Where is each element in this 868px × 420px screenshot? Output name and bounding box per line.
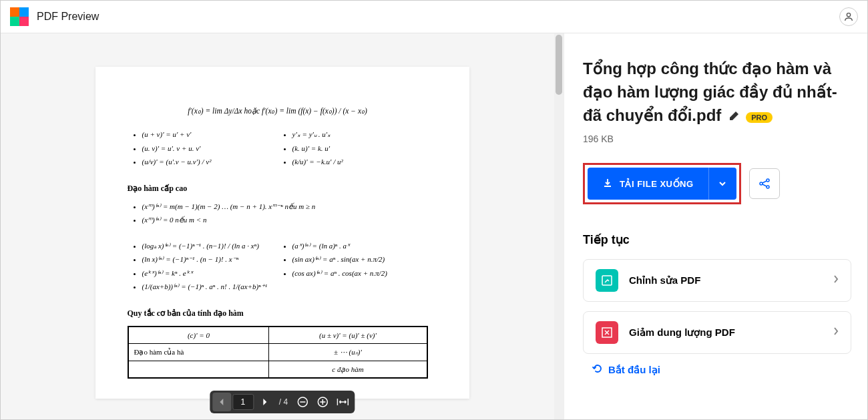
chevron-right-icon [833,327,839,339]
app-header: PDF Preview [1,1,867,33]
formula-item: (u/v)' = (u'.v − u.v') / v² [142,156,278,168]
file-size: 196 KB [583,134,851,144]
rules-table: (c)' = 0 (u ± v)' = (u)' ± (v)' Đạo hàm … [128,326,428,379]
zoom-out-button[interactable] [293,393,312,411]
user-avatar[interactable] [839,7,858,26]
formula-item: (xᵐ)⁽ⁿ⁾ = m(m − 1)(m − 2) … (m − n + 1).… [142,201,428,212]
table-cell: (c)' = 0 [128,327,269,344]
formula-item: (aˣ)⁽ⁿ⁾ = (ln a)ⁿ . aˣ [292,240,428,252]
formula-item: (ln x)⁽ⁿ⁾ = (−1)ⁿ⁻¹ . (n − 1)! . x⁻ⁿ [142,254,278,265]
formula-item: (k. u)' = k. u' [292,143,428,154]
formula-item: (eᵏˣ)⁽ⁿ⁾ = kⁿ . eᵏˣ [142,268,278,279]
pdf-preview-pane: f'(x₀) = lim Δy/Δx hoặc f'(x₀) = lim (f(… [1,33,564,420]
svg-point-10 [767,186,769,188]
download-icon [602,178,613,190]
compress-pdf-label: Giảm dung lượng PDF [629,327,823,339]
formula-item: (u. v)' = u'. v + u. v' [142,143,278,154]
continue-heading: Tiếp tục [583,232,851,247]
share-button[interactable] [749,168,780,199]
svg-point-8 [767,179,769,182]
edit-pdf-card[interactable]: Chỉnh sửa PDF [583,259,851,302]
page-number-input[interactable] [232,394,254,410]
fit-width-button[interactable] [333,393,352,411]
svg-point-0 [847,13,850,17]
formula-item: (1/(ax+b))⁽ⁿ⁾ = (−1)ⁿ . aⁿ . n! . 1/(ax+… [142,281,278,292]
zoom-in-button[interactable] [313,393,332,411]
section-heading: Đạo hàm cấp cao [128,182,428,194]
prev-page-button[interactable] [212,393,231,411]
edit-pdf-icon [596,269,618,292]
edit-pdf-label: Chỉnh sửa PDF [629,274,823,286]
svg-line-11 [763,181,767,183]
table-cell: Đạo hàm của hà [128,344,269,361]
download-highlight: TẢI FILE XUỐNG [583,163,741,204]
formula-item: (sin ax)⁽ⁿ⁾ = aⁿ . sin(ax + n.π/2) [292,254,428,265]
compress-pdf-icon [596,321,618,344]
formula-item: y'ₓ = y'ᵤ . u'ₓ [292,129,428,140]
download-label: TẢI FILE XUỐNG [620,179,694,189]
restart-label: Bắt đầu lại [608,364,660,376]
formula-item: (cos ax)⁽ⁿ⁾ = aⁿ . cos(ax + n.π/2) [292,268,428,279]
chevron-right-icon [833,274,839,286]
svg-point-9 [760,182,763,185]
next-page-button[interactable] [255,393,274,411]
formula-item: (xᵐ)⁽ⁿ⁾ = 0 nếu m < n [142,214,428,226]
table-cell: ± ⋯ (uₙ)' [269,344,427,361]
formula-item: (k/u)' = −k.u' / u² [292,156,428,168]
restart-button[interactable]: Bắt đầu lại [583,363,851,377]
download-dropdown[interactable] [708,168,736,200]
app-logo [10,7,29,26]
formula-item: (u + v)' = u' + v' [142,129,278,140]
page-total-label: / 4 [275,397,292,407]
restart-icon [592,363,603,377]
formula-text: f'(x₀) = lim Δy/Δx hoặc f'(x₀) = lim (f(… [128,106,428,117]
page-toolbar: / 4 [210,391,355,413]
section-heading: Quy tắc cơ bản của tính đạo hàm [128,307,428,319]
svg-line-12 [763,184,767,186]
sidebar: Tổng hợp công thức đạo hàm và đạo hàm lư… [564,33,867,420]
formula-item: (logₐ x)⁽ⁿ⁾ = (−1)ⁿ⁻¹ . (n−1)! / (ln a ·… [142,240,278,252]
pro-badge: PRO [746,112,773,123]
rename-icon[interactable] [728,111,739,124]
pdf-page: f'(x₀) = lim Δy/Δx hoặc f'(x₀) = lim (f(… [95,67,469,399]
download-button[interactable]: TẢI FILE XUỐNG [588,168,736,200]
header-title: PDF Preview [37,11,99,23]
compress-pdf-card[interactable]: Giảm dung lượng PDF [583,311,851,354]
table-cell: (u ± v)' = (u)' ± (v)' [269,327,427,344]
file-title: Tổng hợp công thức đạo hàm và đạo hàm lư… [583,59,837,124]
scrollbar[interactable] [554,33,564,420]
table-cell: c đạo hàm [269,361,427,378]
